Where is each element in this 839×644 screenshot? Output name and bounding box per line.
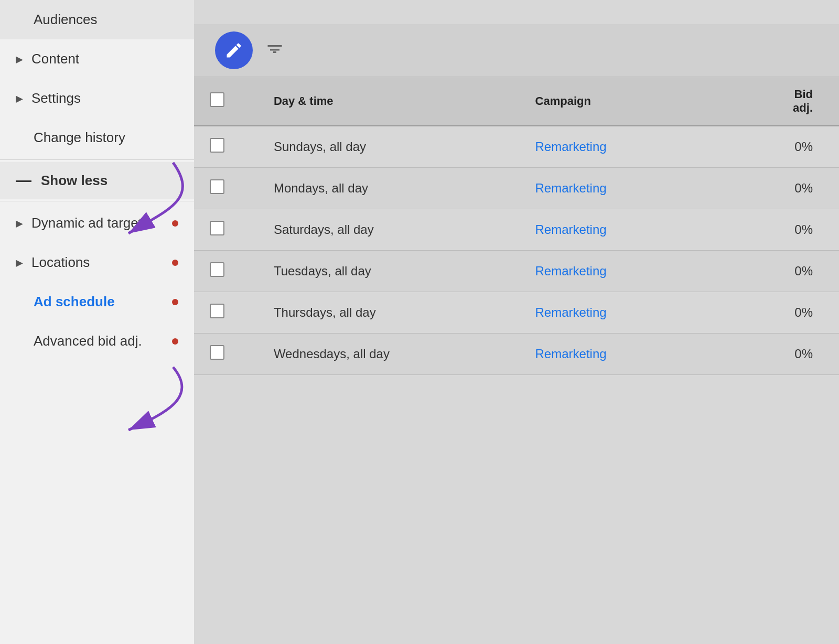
sidebar-item-content[interactable]: ▶Content [0,39,194,79]
sidebar-item-change-history[interactable]: Change history [0,118,194,157]
filter-icon[interactable] [265,39,284,62]
sidebar: Audiences▶Content▶SettingsChange history… [0,0,194,644]
main-content: Day & time Campaign Bidadj. Sundays, all… [194,0,839,644]
row-campaign[interactable]: Remarketing [520,126,723,168]
row-day-time: Mondays, all day [258,168,520,209]
notification-dot [172,338,178,345]
row-checkbox[interactable] [210,138,224,153]
row-bid-adj: 0% [723,168,839,209]
row-checkbox[interactable] [210,304,224,318]
notification-dot [172,299,178,305]
header-day-time: Day & time [258,77,520,126]
row-checkbox[interactable] [210,262,224,277]
toolbar [194,24,839,77]
sidebar-item-locations[interactable]: ▶Locations [0,243,194,282]
header-checkbox-cell [194,77,258,126]
row-campaign[interactable]: Remarketing [520,209,723,251]
sidebar-item-audiences[interactable]: Audiences [0,0,194,39]
sidebar-item-label: Content [31,51,79,67]
page-title [194,0,839,24]
sidebar-item-label: Locations [31,254,90,271]
sidebar-item-dynamic-ad-targets[interactable]: ▶Dynamic ad targets [0,203,194,243]
sidebar-item-label: Advanced bid adj. [34,333,142,349]
table-header-row: Day & time Campaign Bidadj. [194,77,839,126]
sidebar-item-label: Settings [31,90,81,106]
chevron-right-icon: ▶ [16,218,23,229]
sidebar-item-label: Dynamic ad targets [31,215,149,231]
select-all-checkbox[interactable] [210,92,224,107]
table-container: Day & time Campaign Bidadj. Sundays, all… [194,77,839,644]
notification-dot [172,220,178,227]
row-checkbox-cell [194,334,258,375]
table-row: Tuesdays, all dayRemarketing0% [194,251,839,292]
row-checkbox-cell [194,251,258,292]
row-bid-adj: 0% [723,126,839,168]
sidebar-item-ad-schedule[interactable]: Ad schedule [0,282,194,321]
show-less-label: Show less [41,173,107,189]
row-bid-adj: 0% [723,334,839,375]
table-row: Sundays, all dayRemarketing0% [194,126,839,168]
row-day-time: Sundays, all day [258,126,520,168]
sidebar-item-label: Audiences [34,12,97,28]
dash-icon: — [16,171,31,189]
row-bid-adj: 0% [723,292,839,334]
row-checkbox[interactable] [210,221,224,235]
table-row: Saturdays, all dayRemarketing0% [194,209,839,251]
row-campaign[interactable]: Remarketing [520,251,723,292]
row-day-time: Wednesdays, all day [258,334,520,375]
row-campaign[interactable]: Remarketing [520,168,723,209]
chevron-right-icon: ▶ [16,93,23,104]
sidebar-item-label: Change history [34,130,125,146]
row-day-time: Tuesdays, all day [258,251,520,292]
chevron-right-icon: ▶ [16,53,23,65]
chevron-right-icon: ▶ [16,257,23,269]
notification-dot [172,260,178,266]
pencil-icon [224,41,243,60]
row-checkbox-cell [194,126,258,168]
row-campaign[interactable]: Remarketing [520,292,723,334]
table-row: Mondays, all dayRemarketing0% [194,168,839,209]
row-checkbox[interactable] [210,179,224,194]
row-day-time: Saturdays, all day [258,209,520,251]
header-campaign: Campaign [520,77,723,126]
table-row: Thursdays, all dayRemarketing0% [194,292,839,334]
row-day-time: Thursdays, all day [258,292,520,334]
row-checkbox-cell [194,292,258,334]
edit-button[interactable] [215,31,253,69]
row-checkbox-cell [194,168,258,209]
show-less-button[interactable]: —Show less [0,162,194,199]
sidebar-item-advanced-bid-adj[interactable]: Advanced bid adj. [0,321,194,361]
row-campaign[interactable]: Remarketing [520,334,723,375]
header-bid-adj: Bidadj. [723,77,839,126]
row-bid-adj: 0% [723,209,839,251]
table-row: Wednesdays, all dayRemarketing0% [194,334,839,375]
row-bid-adj: 0% [723,251,839,292]
sidebar-item-settings[interactable]: ▶Settings [0,79,194,118]
sidebar-item-label: Ad schedule [34,294,115,310]
row-checkbox-cell [194,209,258,251]
ad-schedule-table: Day & time Campaign Bidadj. Sundays, all… [194,77,839,375]
row-checkbox[interactable] [210,345,224,360]
